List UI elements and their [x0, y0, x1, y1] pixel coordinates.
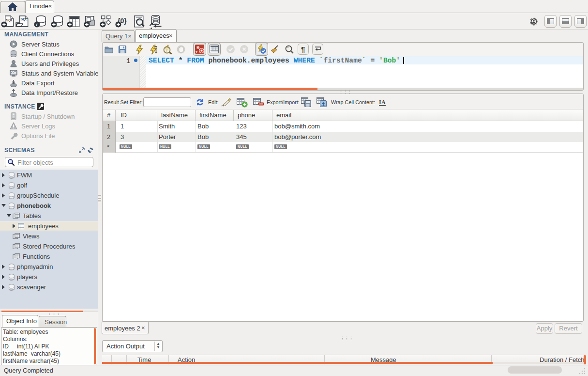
- svg-text:A: A: [381, 99, 386, 106]
- svg-text:¶: ¶: [301, 45, 305, 53]
- svg-text:SQL: SQL: [6, 18, 14, 22]
- svg-text:i: i: [36, 22, 38, 27]
- svg-text:SQL: SQL: [21, 17, 28, 21]
